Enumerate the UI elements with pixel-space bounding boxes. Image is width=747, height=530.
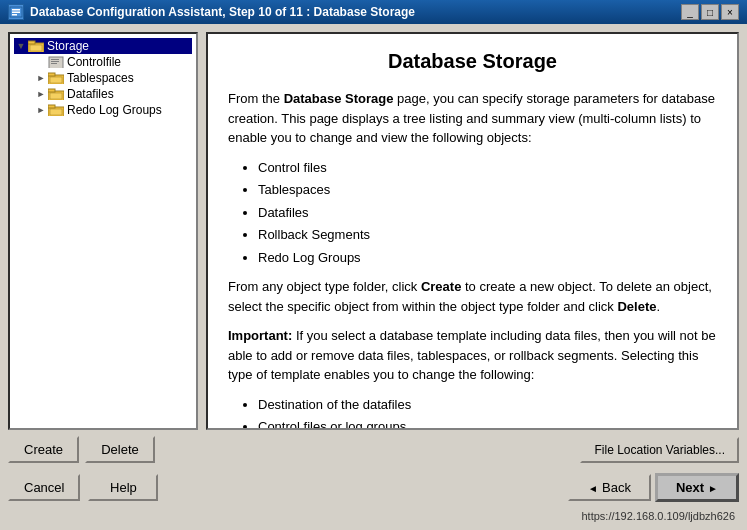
svg-rect-8 xyxy=(51,59,59,60)
svg-rect-2 xyxy=(12,12,20,14)
minimize-button[interactable]: _ xyxy=(681,4,699,20)
tree-item-redologgroups[interactable]: ► Redo Log Groups xyxy=(14,102,192,118)
app-icon xyxy=(8,4,24,20)
create-delete-paragraph: From any object type folder, click Creat… xyxy=(228,277,717,316)
tree-label-tablespaces: Tablespaces xyxy=(67,71,134,85)
file-icon-controlfile xyxy=(48,56,64,68)
bold-delete: Delete xyxy=(617,299,656,314)
next-label: Next xyxy=(676,480,704,495)
status-url: https://192.168.0.109/ljdbzh626 xyxy=(581,510,735,522)
svg-rect-13 xyxy=(50,77,62,83)
list-item-datafiles: Datafiles xyxy=(258,203,717,223)
tree-label-redologgroups: Redo Log Groups xyxy=(67,103,162,117)
list-item-controlfiles: Control files xyxy=(258,158,717,178)
expand-icon-tablespaces: ► xyxy=(34,71,48,85)
bold-important: Important: xyxy=(228,328,292,343)
list-item-controlfiles-log: Control files or log groups. xyxy=(258,417,717,430)
list-item-tablespaces: Tablespaces xyxy=(258,180,717,200)
tree-item-controlfile[interactable]: Controlfile xyxy=(14,54,192,70)
expand-icon-storage: ▼ xyxy=(14,39,28,53)
svg-rect-7 xyxy=(49,57,63,68)
next-button[interactable]: Next xyxy=(655,473,739,502)
close-button[interactable]: × xyxy=(721,4,739,20)
tree-item-datafiles[interactable]: ► Datafiles xyxy=(14,86,192,102)
svg-rect-9 xyxy=(51,61,59,62)
expand-icon-redologgroups: ► xyxy=(34,103,48,117)
status-bar: https://192.168.0.109/ljdbzh626 xyxy=(8,510,739,522)
right-panel: Database Storage From the Database Stora… xyxy=(206,32,739,430)
title-bar: Database Configuration Assistant, Step 1… xyxy=(0,0,747,24)
template-list: Destination of the datafiles Control fil… xyxy=(258,395,717,431)
bold-database-storage: Database Storage xyxy=(284,91,394,106)
create-button[interactable]: Create xyxy=(8,436,79,463)
back-button[interactable]: Back xyxy=(568,474,651,501)
tree-label-storage: Storage xyxy=(47,39,89,53)
window-controls: _ □ × xyxy=(681,4,739,20)
window-title: Database Configuration Assistant, Step 1… xyxy=(30,5,415,19)
svg-rect-15 xyxy=(48,89,55,92)
list-item-rollback: Rollback Segments xyxy=(258,225,717,245)
delete-button[interactable]: Delete xyxy=(85,436,155,463)
svg-rect-10 xyxy=(51,63,57,64)
objects-list: Control files Tablespaces Datafiles Roll… xyxy=(258,158,717,268)
maximize-button[interactable]: □ xyxy=(701,4,719,20)
svg-rect-19 xyxy=(50,109,62,115)
cancel-button[interactable]: Cancel xyxy=(8,474,80,501)
tree-label-controlfile: Controlfile xyxy=(67,55,121,69)
content-row: ▼ Storage Controlfile xyxy=(8,32,739,430)
svg-rect-3 xyxy=(12,14,17,16)
tree-item-tablespaces[interactable]: ► Tablespaces xyxy=(14,70,192,86)
folder-icon-datafiles xyxy=(48,88,64,100)
folder-icon-storage xyxy=(28,40,44,52)
folder-icon-tablespaces xyxy=(48,72,64,84)
back-arrow-icon xyxy=(588,480,598,495)
svg-rect-1 xyxy=(12,9,20,11)
svg-rect-5 xyxy=(28,41,35,44)
tree-panel[interactable]: ▼ Storage Controlfile xyxy=(8,32,198,430)
page-title: Database Storage xyxy=(228,50,717,73)
expand-icon-datafiles: ► xyxy=(34,87,48,101)
folder-icon-redologgroups xyxy=(48,104,64,116)
next-arrow-icon xyxy=(708,480,718,495)
create-delete-group: Create Delete xyxy=(8,436,155,463)
nav-left-group: Cancel Help xyxy=(8,474,158,501)
svg-rect-18 xyxy=(48,105,55,108)
bold-create: Create xyxy=(421,279,461,294)
svg-rect-12 xyxy=(48,73,55,76)
list-item-destination: Destination of the datafiles xyxy=(258,395,717,415)
svg-rect-16 xyxy=(50,93,62,99)
action-row: Create Delete File Location Variables... xyxy=(8,436,739,465)
back-label: Back xyxy=(602,480,631,495)
tree-item-storage[interactable]: ▼ Storage xyxy=(14,38,192,54)
help-button[interactable]: Help xyxy=(88,474,158,501)
nav-right-group: Back Next xyxy=(568,473,739,502)
list-item-redo: Redo Log Groups xyxy=(258,248,717,268)
tree-label-datafiles: Datafiles xyxy=(67,87,114,101)
file-location-variables-button[interactable]: File Location Variables... xyxy=(580,437,739,463)
content-body: From the Database Storage page, you can … xyxy=(228,89,717,430)
intro-paragraph: From the Database Storage page, you can … xyxy=(228,89,717,148)
svg-rect-6 xyxy=(30,45,42,51)
important-paragraph: Important: If you select a database temp… xyxy=(228,326,717,385)
nav-row: Cancel Help Back Next xyxy=(8,471,739,504)
expand-icon-controlfile xyxy=(34,55,48,69)
main-container: ▼ Storage Controlfile xyxy=(0,24,747,530)
